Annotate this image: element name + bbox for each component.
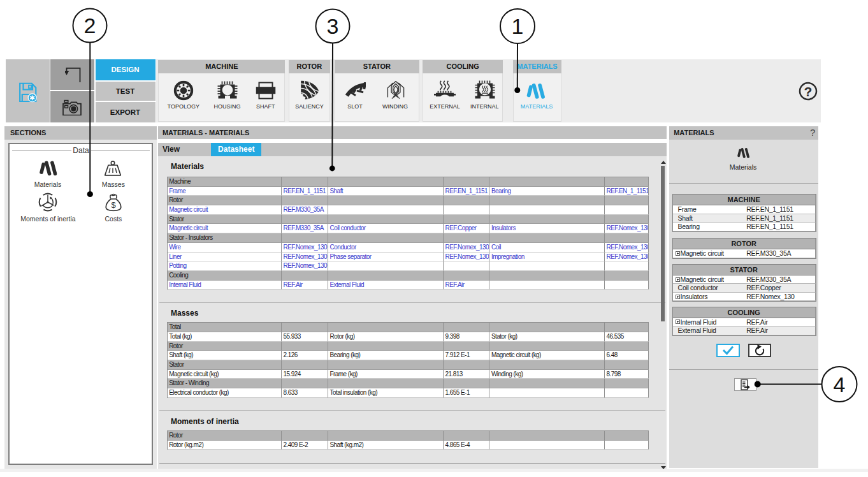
svg-text:4: 4: [834, 372, 846, 397]
svg-text:1: 1: [512, 14, 524, 38]
svg-text:2: 2: [84, 13, 96, 38]
svg-text:3: 3: [327, 14, 339, 38]
